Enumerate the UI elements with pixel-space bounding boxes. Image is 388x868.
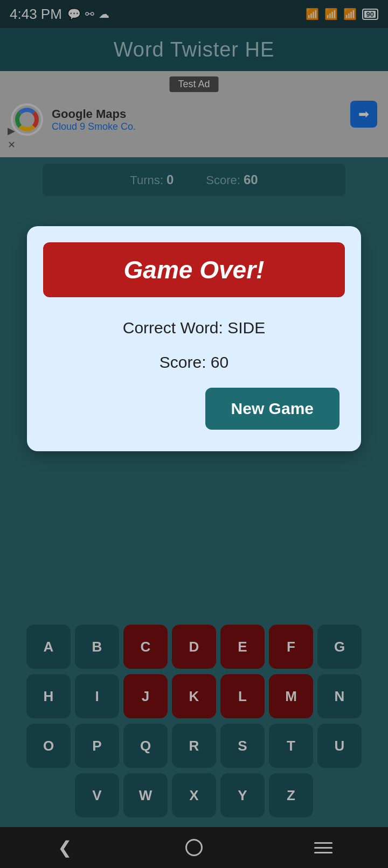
correct-word-display: Correct Word: SIDE: [123, 319, 266, 337]
new-game-button[interactable]: New Game: [205, 388, 340, 430]
modal-overlay: Game Over! Correct Word: SIDE Score: 60 …: [0, 0, 388, 868]
game-over-modal: Game Over! Correct Word: SIDE Score: 60 …: [27, 226, 361, 451]
game-over-text: Game Over!: [124, 256, 265, 284]
game-over-banner: Game Over!: [43, 242, 345, 297]
modal-score-display: Score: 60: [160, 353, 228, 372]
